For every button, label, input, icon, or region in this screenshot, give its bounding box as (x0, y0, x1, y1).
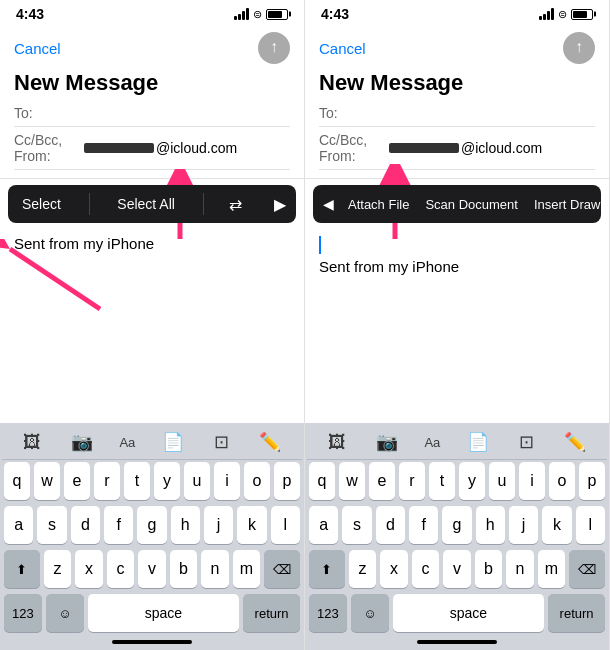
key-a-r[interactable]: a (309, 506, 338, 544)
key-z-r[interactable]: z (349, 550, 377, 588)
kb-pencil-icon-r[interactable]: ✏️ (560, 429, 590, 455)
key-q-r[interactable]: q (309, 462, 335, 500)
kb-file-icon-r[interactable]: 📄 (463, 429, 493, 455)
key-r[interactable]: r (94, 462, 120, 500)
key-j-r[interactable]: j (509, 506, 538, 544)
key-c-r[interactable]: c (412, 550, 440, 588)
key-shift[interactable]: ⬆ (4, 550, 40, 588)
insert-drawing-button[interactable]: Insert Drawing (526, 185, 610, 223)
kb-crop-icon-r[interactable]: ⊡ (515, 429, 538, 455)
key-v-r[interactable]: v (443, 550, 471, 588)
email-body-left[interactable]: Sent from my iPhone (0, 229, 304, 423)
status-bar-right: 4:43 ⊜ (305, 0, 609, 28)
key-b-r[interactable]: b (475, 550, 503, 588)
toolbar-left-arrow[interactable]: ◀ (317, 196, 340, 212)
key-g[interactable]: g (137, 506, 166, 544)
key-y-r[interactable]: y (459, 462, 485, 500)
attach-file-button[interactable]: Attach File (340, 185, 417, 223)
select-button[interactable]: Select (12, 185, 71, 223)
key-a[interactable]: a (4, 506, 33, 544)
key-n[interactable]: n (201, 550, 229, 588)
key-n-r[interactable]: n (506, 550, 534, 588)
key-g-r[interactable]: g (442, 506, 471, 544)
key-emoji[interactable]: ☺ (46, 594, 84, 632)
key-d-r[interactable]: d (376, 506, 405, 544)
kb-row2-left: a s d f g h j k l (4, 506, 300, 544)
kb-photo-icon-r[interactable]: 🖼 (324, 430, 350, 455)
key-l-r[interactable]: l (576, 506, 605, 544)
right-panel: 4:43 ⊜ Cancel ↑ New Message To: Cc/Bcc, … (305, 0, 610, 650)
key-k-r[interactable]: k (542, 506, 571, 544)
toolbar-right-arrow[interactable]: ▶ (268, 195, 292, 214)
key-c[interactable]: c (107, 550, 135, 588)
key-i[interactable]: i (214, 462, 240, 500)
key-e-r[interactable]: e (369, 462, 395, 500)
key-emoji-r[interactable]: ☺ (351, 594, 389, 632)
key-v[interactable]: v (138, 550, 166, 588)
send-arrow-icon: ↑ (270, 39, 278, 55)
key-s[interactable]: s (37, 506, 66, 544)
key-u-r[interactable]: u (489, 462, 515, 500)
cancel-button-right[interactable]: Cancel (319, 40, 366, 57)
cancel-button-left[interactable]: Cancel (14, 40, 61, 57)
key-q[interactable]: q (4, 462, 30, 500)
send-button-left[interactable]: ↑ (258, 32, 290, 64)
key-m[interactable]: m (233, 550, 261, 588)
key-h-r[interactable]: h (476, 506, 505, 544)
key-x-r[interactable]: x (380, 550, 408, 588)
kb-crop-icon[interactable]: ⊡ (210, 429, 233, 455)
key-d[interactable]: d (71, 506, 100, 544)
key-j[interactable]: j (204, 506, 233, 544)
key-shift-r[interactable]: ⬆ (309, 550, 345, 588)
to-field-left: To: (14, 100, 290, 127)
cc-field-left: Cc/Bcc, From: @icloud.com (14, 127, 290, 170)
key-r-r[interactable]: r (399, 462, 425, 500)
key-return[interactable]: return (243, 594, 300, 632)
key-m-r[interactable]: m (538, 550, 566, 588)
key-numbers[interactable]: 123 (4, 594, 42, 632)
select-all-button[interactable]: Select All (107, 185, 185, 223)
format-icon[interactable]: ⇄ (221, 195, 250, 214)
key-w-r[interactable]: w (339, 462, 365, 500)
message-title-right: New Message (319, 70, 595, 96)
key-p-r[interactable]: p (579, 462, 605, 500)
email-body-right[interactable]: Sent from my iPhone (305, 229, 609, 423)
key-f[interactable]: f (104, 506, 133, 544)
kb-pencil-icon[interactable]: ✏️ (255, 429, 285, 455)
kb-camera-icon[interactable]: 📷 (67, 429, 97, 455)
key-k[interactable]: k (237, 506, 266, 544)
key-e[interactable]: e (64, 462, 90, 500)
send-button-right[interactable]: ↑ (563, 32, 595, 64)
key-o-r[interactable]: o (549, 462, 575, 500)
scan-document-button[interactable]: Scan Document (417, 185, 526, 223)
key-numbers-r[interactable]: 123 (309, 594, 347, 632)
key-o[interactable]: o (244, 462, 270, 500)
key-p[interactable]: p (274, 462, 300, 500)
key-t[interactable]: t (124, 462, 150, 500)
key-u[interactable]: u (184, 462, 210, 500)
kb-aa-label[interactable]: Aa (119, 435, 135, 450)
key-w[interactable]: w (34, 462, 60, 500)
key-h[interactable]: h (171, 506, 200, 544)
kb-camera-icon-r[interactable]: 📷 (372, 429, 402, 455)
key-return-r[interactable]: return (548, 594, 605, 632)
email-header-left: Cancel ↑ New Message To: Cc/Bcc, From: @… (0, 28, 304, 179)
key-space-r[interactable]: space (393, 594, 544, 632)
key-i-r[interactable]: i (519, 462, 545, 500)
key-z[interactable]: z (44, 550, 72, 588)
kb-photo-icon[interactable]: 🖼 (19, 430, 45, 455)
key-y[interactable]: y (154, 462, 180, 500)
key-l[interactable]: l (271, 506, 300, 544)
key-f-r[interactable]: f (409, 506, 438, 544)
key-b[interactable]: b (170, 550, 198, 588)
key-space[interactable]: space (88, 594, 239, 632)
key-x[interactable]: x (75, 550, 103, 588)
status-time-left: 4:43 (16, 6, 44, 22)
key-s-r[interactable]: s (342, 506, 371, 544)
key-delete-r[interactable]: ⌫ (569, 550, 605, 588)
cc-label-left: Cc/Bcc, From: (14, 132, 84, 164)
kb-file-icon[interactable]: 📄 (158, 429, 188, 455)
key-t-r[interactable]: t (429, 462, 455, 500)
kb-aa-label-r[interactable]: Aa (424, 435, 440, 450)
key-delete[interactable]: ⌫ (264, 550, 300, 588)
